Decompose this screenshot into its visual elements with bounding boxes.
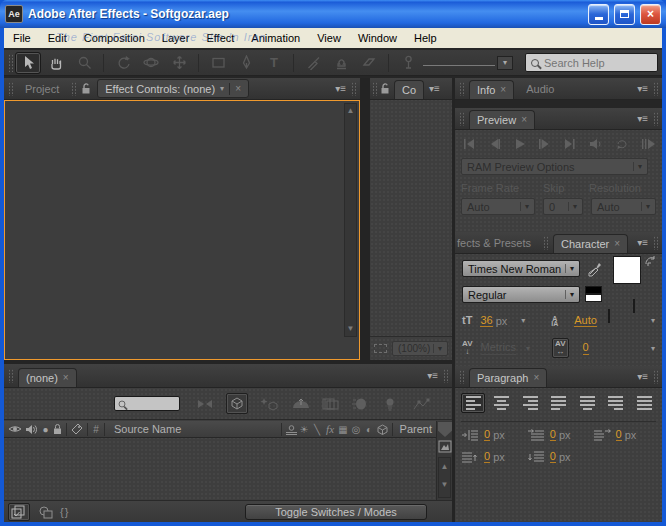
tab-audio[interactable]: Audio [519, 83, 561, 95]
ram-preview-options-dropdown[interactable]: RAM Preview Options ▾ [461, 158, 648, 175]
panel-grip[interactable] [351, 82, 356, 96]
selection-tool-button[interactable] [15, 52, 41, 74]
tab-paragraph[interactable]: Paragraph × [469, 368, 547, 387]
indent-left-value[interactable]: 0 [484, 428, 490, 441]
chevron-down-icon[interactable]: ▾ [651, 316, 655, 325]
maximize-button[interactable] [614, 4, 635, 25]
skip-dropdown[interactable]: 0 ▾ [543, 198, 583, 215]
chevron-down-icon[interactable]: ▾ [526, 344, 530, 353]
pan-behind-tool-button[interactable] [166, 52, 192, 74]
rotation-tool-button[interactable] [110, 52, 136, 74]
menu-view[interactable]: View [317, 32, 341, 44]
clone-stamp-tool-button[interactable] [328, 52, 354, 74]
tab-project[interactable]: Project [18, 83, 66, 95]
space-before-value[interactable]: 0 [484, 450, 490, 463]
audio-mute-button[interactable] [589, 138, 603, 150]
expand-transfer-controls-button[interactable] [38, 505, 54, 519]
indent-right-value[interactable]: 0 [616, 428, 622, 441]
expand-layer-switches-button[interactable] [8, 503, 30, 521]
ram-preview-button[interactable] [640, 138, 656, 150]
mini-flowchart-button[interactable] [196, 397, 214, 411]
align-right-button[interactable] [518, 393, 542, 413]
menu-edit[interactable]: Edit [48, 32, 67, 44]
minimize-button[interactable] [588, 4, 609, 25]
brainstorm-button[interactable] [382, 397, 398, 411]
toggle-switches-modes-button[interactable]: Toggle Switches / Modes [245, 504, 427, 520]
panel-grip[interactable] [443, 369, 448, 383]
timeline-search-input[interactable] [129, 398, 176, 409]
justify-last-left-button[interactable] [547, 393, 571, 413]
timeline-vertical-scrollbar[interactable]: ▲ ▼ [438, 457, 451, 498]
swap-fill-stroke-icon[interactable] [644, 255, 657, 267]
scroll-up-icon[interactable]: ▲ [345, 104, 356, 118]
fill-color-swatch[interactable] [613, 256, 641, 284]
live-update-button[interactable] [260, 396, 278, 411]
panel-grip[interactable] [543, 236, 548, 250]
panel-grip[interactable] [653, 236, 658, 250]
tab-timeline-none[interactable]: (none) × [18, 368, 77, 387]
scroll-down-icon[interactable]: ▼ [439, 478, 450, 492]
search-help-input[interactable] [544, 57, 652, 69]
stroke-black-swatch[interactable] [585, 286, 602, 294]
label-tag-icon[interactable] [70, 423, 84, 435]
tab-composition[interactable]: Co [394, 80, 424, 99]
auto-keyframe-button[interactable] [292, 397, 310, 410]
close-button[interactable]: × [640, 4, 661, 25]
panel-grip[interactable] [459, 370, 464, 384]
eraser-tool-button[interactable] [356, 52, 382, 74]
panel-grip[interactable] [8, 369, 13, 383]
graph-editor-button[interactable] [412, 397, 430, 411]
panel-grip[interactable] [653, 82, 658, 96]
frame-blending-button[interactable] [322, 397, 339, 411]
tab-effect-controls[interactable]: Effect Controls: (none) ▾ × [97, 79, 249, 98]
chevron-down-icon[interactable]: ▾ [651, 344, 655, 353]
preview-close-button[interactable]: × [521, 115, 527, 125]
first-line-indent-value[interactable]: 0 [550, 428, 556, 441]
tab-character[interactable]: Character × [553, 234, 628, 253]
panel-grip[interactable] [8, 82, 13, 96]
3d-layer-icon[interactable] [376, 423, 389, 436]
panel-menu-icon[interactable]: ▾≡ [637, 371, 648, 382]
pen-tool-button[interactable] [233, 52, 259, 74]
menu-effect[interactable]: Effect [206, 32, 234, 44]
mask-shape-tool-button[interactable] [205, 52, 231, 74]
adjustment-layer-icon[interactable]: ◐ [363, 424, 376, 435]
unlock-icon[interactable] [81, 82, 92, 95]
zoom-tool-button[interactable] [71, 52, 97, 74]
source-name-column[interactable]: Source Name [114, 423, 181, 435]
tab-info[interactable]: Info × [469, 80, 514, 99]
motion-blur-button[interactable] [351, 397, 368, 411]
menu-animation[interactable]: Animation [251, 32, 300, 44]
vertical-scrollbar[interactable]: ▲ ▼ [344, 103, 357, 337]
unlock-icon[interactable] [380, 82, 391, 95]
solo-icon[interactable]: ● [39, 424, 52, 435]
align-left-button[interactable] [461, 393, 485, 413]
quality-icon[interactable]: ╲ [311, 424, 324, 435]
lock-icon[interactable] [52, 423, 63, 435]
justify-all-button[interactable] [632, 393, 656, 413]
stroke-white-swatch[interactable] [585, 294, 602, 302]
motion-blur-icon[interactable]: ◎ [350, 424, 363, 435]
panel-menu-icon[interactable]: ▾≡ [335, 83, 346, 94]
timeline-close-button[interactable]: × [63, 373, 69, 383]
type-tool-button[interactable]: T [261, 52, 287, 74]
title-bar[interactable]: Ae Adobe After Effects - Softgozar.aep × [0, 0, 666, 28]
stroke-color-swatch[interactable] [633, 299, 635, 313]
first-frame-button[interactable] [461, 138, 476, 150]
resolution-dropdown[interactable]: Auto ▾ [591, 198, 656, 215]
panel-seam[interactable] [452, 78, 455, 522]
panel-grip[interactable] [653, 112, 658, 126]
align-center-button[interactable] [490, 393, 514, 413]
panel-menu-icon[interactable]: ▾≡ [429, 83, 440, 94]
tab-effects-presets[interactable]: fects & Presets [455, 237, 538, 249]
menu-file[interactable]: File [13, 32, 31, 44]
font-size-value[interactable]: 36 [480, 314, 492, 327]
panel-grip[interactable] [71, 82, 76, 96]
last-frame-button[interactable] [563, 138, 578, 150]
panel-seam[interactable] [4, 360, 452, 364]
panel-menu-icon[interactable]: ▾≡ [427, 370, 438, 381]
toolbar-grip[interactable] [8, 54, 13, 72]
panel-menu-icon[interactable]: ▾≡ [637, 83, 648, 94]
panel-menu-icon[interactable]: ▾≡ [637, 113, 648, 124]
video-eye-icon[interactable] [8, 424, 22, 434]
